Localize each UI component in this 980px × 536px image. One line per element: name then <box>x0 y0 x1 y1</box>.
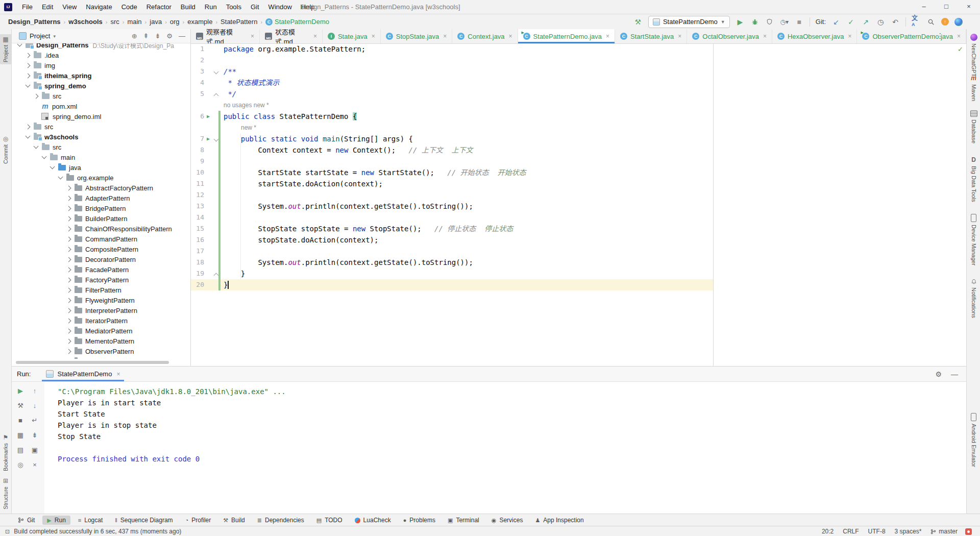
editor-tab-StopState.java[interactable]: CStopState.java× <box>381 29 453 43</box>
tree-item-CompositePattern[interactable]: CompositePattern <box>12 244 190 254</box>
tree-collapsed-chevron[interactable] <box>66 349 71 354</box>
close-icon[interactable]: × <box>509 33 512 40</box>
git-commit-button[interactable]: ✓ <box>846 17 855 27</box>
run-gutter-icon[interactable]: ▶ <box>207 111 210 122</box>
close-icon[interactable]: × <box>848 33 851 40</box>
close-icon[interactable]: × <box>251 33 254 40</box>
close-icon[interactable]: × <box>372 33 375 40</box>
stripe-button-structure[interactable]: ⊞Structure <box>0 476 11 511</box>
run-content-tab[interactable]: StatePatternDemo × <box>42 367 124 381</box>
coverage-button[interactable] <box>765 17 774 27</box>
tree-item-FlyweightPattern[interactable]: FlyweightPattern <box>12 295 190 305</box>
git-branch-widget[interactable]: master <box>930 528 958 535</box>
toolwindow-button-profiler[interactable]: ◔Profiler <box>181 516 216 525</box>
stripe-button-database[interactable]: Database <box>967 108 980 145</box>
pin-button[interactable]: ◎ <box>16 460 25 469</box>
editor-code-row[interactable]: 14 <box>191 212 959 223</box>
tool-windows-icon[interactable]: ⊡ <box>5 528 10 535</box>
tree-expanded-chevron[interactable] <box>34 144 39 149</box>
toolwindow-button-app-inspection[interactable]: ♟App Inspection <box>530 516 588 525</box>
tree-collapsed-chevron[interactable] <box>66 338 71 344</box>
editor-code-row[interactable]: 6▶public class StatePatternDemo { <box>191 111 959 122</box>
editor-code-row[interactable]: 12 <box>191 189 959 201</box>
breadcrumb-item[interactable]: Design_Patterns <box>7 18 62 26</box>
stripe-button-big-data-tools[interactable]: DBig Data Tools <box>967 154 980 204</box>
tree-item-PrototypePattern[interactable]: PrototypePattern <box>12 356 190 359</box>
breadcrumb-item[interactable]: src <box>109 18 120 26</box>
project-panel-title[interactable]: Project <box>30 32 50 40</box>
encoding-widget[interactable]: UTF-8 <box>868 528 886 535</box>
hide-icon[interactable]: — <box>179 32 185 40</box>
chevron-down-icon[interactable]: ▾ <box>53 34 56 39</box>
stripe-button-notifications[interactable]: Notifications <box>967 277 980 320</box>
close-icon[interactable]: × <box>443 33 447 40</box>
run-gutter-icon[interactable]: ▶ <box>207 133 210 144</box>
editor-tab-HexaObserver.java[interactable]: CHexaObserver.java× <box>772 29 857 43</box>
expand-all-icon[interactable]: ⇞ <box>143 32 149 40</box>
stripe-button-maven[interactable]: mMaven <box>967 72 980 103</box>
minimize-button[interactable]: – <box>913 0 935 13</box>
editor-code-row[interactable]: 15 StopState stopState = new StopState()… <box>191 223 959 234</box>
toolwindow-button-todo[interactable]: ▤TODO <box>312 516 347 525</box>
usages-inlay-hint[interactable]: no usages new * <box>224 100 269 111</box>
menu-tools[interactable]: Tools <box>222 1 246 14</box>
tree-collapsed-chevron[interactable] <box>66 287 71 293</box>
scroll-to-end-button[interactable]: ⇟ <box>30 430 39 440</box>
editor-tab-状态模式.md[interactable]: MD状态模式.md× <box>260 29 323 43</box>
tree-collapsed-chevron[interactable] <box>66 318 71 323</box>
breadcrumb-item[interactable]: main <box>126 18 142 26</box>
close-icon[interactable]: × <box>957 33 961 40</box>
editor-tab-StatePatternDemo.java[interactable]: CStatePatternDemo.java× <box>518 29 615 43</box>
tree-expanded-chevron[interactable] <box>26 83 31 88</box>
stop-button[interactable]: ■ <box>795 17 804 27</box>
tree-collapsed-chevron[interactable] <box>66 196 71 201</box>
breadcrumb-item[interactable]: org <box>169 18 181 26</box>
menu-git[interactable]: Git <box>246 1 264 14</box>
inspections-ok-icon[interactable]: ✓ <box>958 45 963 53</box>
run-configuration-selector[interactable]: StatePatternDemo▼ <box>648 16 730 28</box>
debug-button[interactable] <box>750 17 760 27</box>
close-icon[interactable]: × <box>313 33 317 40</box>
toolwindow-button-sequence-diagram[interactable]: ‖Sequence Diagram <box>110 516 177 525</box>
menu-code[interactable]: Code <box>117 1 142 14</box>
collapse-all-icon[interactable]: ⇟ <box>155 32 160 40</box>
breadcrumb-item[interactable]: java <box>149 18 163 26</box>
thread-dump-button[interactable]: ▤ <box>16 445 25 454</box>
gear-icon[interactable]: ⚙ <box>935 370 942 378</box>
tree-collapsed-chevron[interactable] <box>66 308 71 313</box>
tree-item-main[interactable]: main <box>12 152 190 162</box>
restore-layout-button[interactable]: ▦ <box>16 430 25 440</box>
upgrade-icon[interactable]: ↑ <box>941 18 949 26</box>
tree-item-FactoryPattern[interactable]: FactoryPattern <box>12 275 190 285</box>
stripe-button-bookmarks[interactable]: ⚑Bookmarks <box>0 432 11 473</box>
rerun-button[interactable]: ▶ <box>16 386 25 395</box>
toolwindow-button-luacheck[interactable]: LuaCheck <box>350 516 396 525</box>
code-editor[interactable]: 1package org.example.StatePattern;23/**4… <box>191 43 966 366</box>
tree-item-ChainOfResponsibilityPattern[interactable]: ChainOfResponsibilityPattern <box>12 224 190 234</box>
close-button[interactable]: × <box>958 0 980 13</box>
editor-code-row[interactable]: 11 startState.doAction(context); <box>191 178 959 189</box>
menu-edit[interactable]: Edit <box>37 1 58 14</box>
toolwindow-button-git[interactable]: Git <box>13 516 39 525</box>
editor-code-row[interactable]: 8 Context context = new Context(); // 上下… <box>191 144 959 156</box>
tree-collapsed-chevron[interactable] <box>66 226 71 231</box>
editor-tab-OctalObserver.java[interactable]: COctalObserver.java× <box>687 29 772 43</box>
tree-collapsed-chevron[interactable] <box>66 277 71 282</box>
toolwindow-button-build[interactable]: ⚒Build <box>218 516 250 525</box>
tree-collapsed-chevron[interactable] <box>66 257 71 262</box>
indent-widget[interactable]: 3 spaces* <box>895 528 922 535</box>
tree-item-AbstractFactoryPattern[interactable]: AbstractFactoryPattern <box>12 183 190 193</box>
editor-code-row[interactable]: 19 } <box>191 268 959 279</box>
toolwindow-button-terminal[interactable]: ▣Terminal <box>443 516 484 525</box>
close-icon[interactable]: × <box>606 33 609 40</box>
stripe-button-commit[interactable]: ◎Commit <box>0 134 11 166</box>
menu-run[interactable]: Run <box>200 1 222 14</box>
breadcrumb-item[interactable]: example <box>186 18 213 26</box>
tree-collapsed-chevron[interactable] <box>66 236 71 241</box>
run-button[interactable]: ▶ <box>736 17 745 27</box>
stripe-button-project[interactable]: ▦Project <box>0 34 11 64</box>
tree-expanded-chevron[interactable] <box>17 43 22 46</box>
tree-expanded-chevron[interactable] <box>26 134 31 139</box>
tree-item-MediatorPattern[interactable]: MediatorPattern <box>12 326 190 336</box>
editor-code-row[interactable]: 9 <box>191 156 959 167</box>
